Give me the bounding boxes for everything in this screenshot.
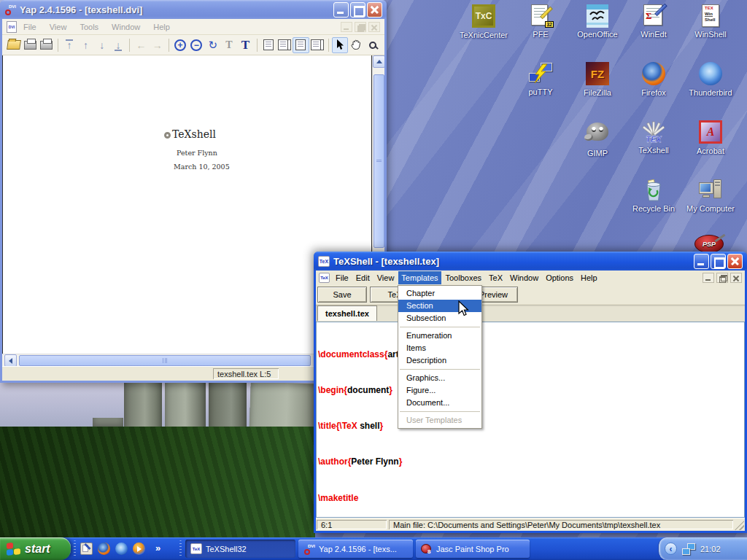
open-file-icon[interactable] (6, 37, 22, 53)
vertical-scroll-thumb[interactable] (374, 74, 384, 248)
continuous-facing-view-icon[interactable] (309, 37, 325, 53)
editor-line: \maketitle (318, 492, 744, 504)
icon-label: FileZilla (565, 88, 630, 97)
taskbar-handle[interactable] (179, 540, 182, 557)
menu-item-chapter[interactable]: Chapter (398, 287, 481, 300)
menu-item-figure[interactable]: Figure... (398, 384, 481, 397)
network-status-icon[interactable] (682, 543, 695, 555)
desktop-icon-gimp[interactable]: GIMP (565, 120, 630, 158)
pointer-tool-icon[interactable] (332, 37, 348, 53)
text-mode-icon[interactable]: T (237, 37, 253, 53)
menu-options[interactable]: Options (543, 271, 576, 284)
desktop-icon-openoffice[interactable]: OpenOffice (565, 4, 630, 39)
continuous-view-icon[interactable] (293, 37, 309, 53)
zoom-in-icon[interactable]: + (172, 37, 188, 53)
minimize-button[interactable] (694, 254, 709, 269)
mdi-restore-button[interactable] (716, 273, 728, 283)
thunderbird-quicklaunch-icon[interactable] (115, 542, 128, 555)
first-page-icon[interactable]: ↑ (61, 37, 77, 53)
taskbar-handle[interactable] (74, 540, 76, 557)
single-page-view-icon[interactable] (260, 37, 276, 53)
desktop-icon-thunderbird[interactable]: Thunderbird (678, 61, 743, 97)
close-button[interactable] (727, 254, 743, 269)
ruler-icon[interactable]: T (221, 37, 237, 53)
forward-icon[interactable]: → (150, 37, 166, 53)
back-icon[interactable]: ← (133, 37, 149, 53)
show-desktop-icon[interactable] (80, 542, 93, 555)
mdi-minimize-button[interactable] (703, 273, 714, 283)
dvi-doc-title: TeXshell (172, 128, 216, 140)
scroll-up-button[interactable] (373, 55, 384, 68)
firefox-quicklaunch-icon[interactable] (98, 542, 110, 555)
close-button[interactable] (367, 2, 382, 18)
zoom-out-icon[interactable]: − (188, 37, 204, 53)
taskbar-button-yap[interactable]: DVI Yap 2.4.1596 - [texs... (298, 540, 413, 558)
yap-titlebar[interactable]: DVI Yap 2.4.1596 - [texshell.dvi] (0, 0, 387, 19)
desktop-icon-firefox[interactable]: Firefox (622, 61, 686, 97)
tray-collapse-chevron[interactable]: ‹ (665, 542, 677, 555)
start-button[interactable]: start (0, 537, 71, 560)
save-button[interactable]: Save (317, 287, 367, 303)
refresh-icon[interactable]: ↻ (205, 37, 221, 53)
tab-texshell-tex[interactable]: texshell.tex (317, 306, 377, 321)
hand-tool-icon[interactable] (348, 37, 364, 53)
desktop-icon-pfe[interactable]: 32 PFE (508, 4, 573, 39)
desktop-icon-texniccenter[interactable]: TxC TeXnicCenter (452, 4, 516, 39)
menu-window[interactable]: Window (507, 271, 541, 284)
icon-label: PFE (508, 30, 573, 39)
paint-shop-pro-icon[interactable]: PSP (694, 235, 724, 253)
desktop-icon-winshell[interactable]: TEX Win Shell WinShell (678, 4, 743, 39)
mdi-close-button[interactable] (730, 273, 742, 283)
yap-menubar: DVI File View Tools Window Help (2, 19, 384, 35)
desktop-icon-winedt[interactable]: Σ WinEdt (622, 4, 686, 39)
page-marker-icon (164, 132, 171, 139)
desktop-icon-putty[interactable]: puTTY (508, 61, 573, 96)
menu-edit[interactable]: Edit (353, 271, 373, 284)
taskbar-button-texshell32[interactable]: TeX TeXShell32 (185, 540, 295, 558)
my-computer-icon (698, 178, 723, 203)
print-setup-icon[interactable] (39, 37, 55, 53)
next-page-icon[interactable]: ↓ (94, 37, 110, 53)
menu-file[interactable]: File (17, 20, 43, 34)
last-page-icon[interactable]: ↓ (110, 37, 126, 53)
menu-toolboxes[interactable]: Toolboxes (443, 271, 485, 284)
menu-window[interactable]: Window (105, 20, 147, 34)
maximize-button[interactable] (711, 254, 726, 269)
menu-help[interactable]: Help (578, 271, 600, 284)
desktop-icon-mycomputer[interactable]: My Computer (678, 178, 743, 213)
menu-item-items[interactable]: Items (398, 342, 481, 354)
scroll-left-button[interactable] (4, 354, 17, 367)
print-icon[interactable] (22, 37, 38, 53)
windows-logo-icon (7, 542, 20, 556)
double-page-view-icon[interactable] (276, 37, 293, 53)
menu-file[interactable]: File (333, 271, 352, 284)
menu-help[interactable]: Help (147, 20, 177, 34)
taskbar-button-paintshoppro[interactable]: 8 Jasc Paint Shop Pro (416, 540, 530, 558)
desktop-icon-filezilla[interactable]: FZ FileZilla (565, 61, 630, 97)
maximize-button[interactable] (350, 2, 365, 18)
latex-editor[interactable]: \documentclass{article} \begin{document}… (316, 322, 745, 518)
menu-item-description[interactable]: Description (398, 354, 481, 367)
desktop-icon-texshell[interactable]: TEX TeXshell (622, 120, 686, 155)
status-file-position: texshell.tex L:5 (213, 368, 279, 379)
quicklaunch-overflow-chevron[interactable]: » (155, 542, 160, 553)
menu-item-graphics[interactable]: Graphics... (398, 372, 481, 384)
menu-item-document[interactable]: Document... (398, 397, 481, 409)
menu-view[interactable]: View (374, 271, 398, 284)
media-player-icon[interactable] (133, 542, 145, 555)
menu-item-enumeration[interactable]: Enumeration (398, 330, 481, 342)
previous-page-icon[interactable]: ↑ (77, 37, 93, 53)
menu-templates[interactable]: Templates (398, 271, 441, 284)
horizontal-scroll-thumb[interactable] (19, 355, 311, 366)
wallpaper-grass (0, 427, 315, 538)
desktop-icon-recyclebin[interactable]: Recycle Bin (622, 178, 686, 213)
magnifier-tool-icon[interactable] (365, 37, 381, 53)
menu-tex[interactable]: TeX (486, 271, 506, 284)
texshell-titlebar[interactable]: TeX TeXShell - [texshell.tex] (314, 252, 747, 271)
desktop-icon-acrobat[interactable]: A Acrobat (678, 120, 743, 155)
minimize-button[interactable] (333, 2, 349, 18)
menu-tools[interactable]: Tools (73, 20, 105, 34)
texshell-icon: TEX (641, 120, 666, 144)
resize-grip[interactable] (735, 521, 744, 530)
menu-view[interactable]: View (43, 20, 74, 34)
